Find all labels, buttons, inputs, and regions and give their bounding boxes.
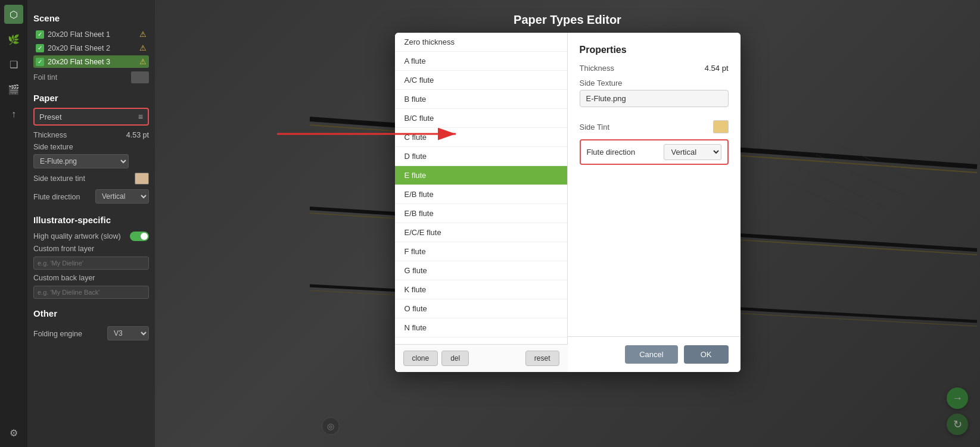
scene-item-2[interactable]: ✓ 20x20 Flat Sheet 2 ⚠ — [33, 42, 149, 54]
warn-icon-3: ⚠ — [139, 57, 147, 66]
hq-artwork-label: High quality artwork (slow) — [33, 232, 121, 240]
thickness-row: Thickness 4.53 pt — [33, 129, 149, 141]
leaf-icon[interactable]: 🌿 — [4, 30, 23, 49]
upload-icon[interactable]: ↑ — [4, 105, 23, 124]
reset-button[interactable]: reset — [525, 351, 559, 366]
list-item-e-flute[interactable]: E flute — [395, 166, 567, 185]
other-title: Other — [33, 308, 149, 318]
warn-icon-1: ⚠ — [139, 30, 147, 39]
scene-item-1[interactable]: ✓ 20x20 Flat Sheet 1 ⚠ — [33, 28, 149, 40]
list-item-f-flute[interactable]: F flute — [395, 242, 567, 261]
modal-backdrop: Paper Types Editor Zero thickness A flut… — [155, 0, 980, 447]
list-item-zero-thickness[interactable]: Zero thickness — [395, 33, 567, 52]
modal-side-tint-label: Side Tint — [580, 123, 610, 132]
side-texture-tint-row: Side texture tint — [33, 171, 149, 186]
ok-button[interactable]: OK — [684, 345, 729, 364]
preset-label: Preset — [39, 112, 62, 121]
paper-types-editor-modal: Zero thickness A flute A/C flute B flute… — [395, 33, 741, 372]
modal-flute-dir-select[interactable]: Vertical Horizontal — [664, 144, 721, 160]
folding-engine-dropdown[interactable]: V3 — [107, 326, 149, 340]
logo-icon[interactable]: ⬡ — [4, 5, 23, 24]
list-item-b-flute[interactable]: B flute — [395, 90, 567, 109]
side-texture-row: Side texture — [33, 141, 149, 153]
other-section: Other Folding engine V3 — [33, 308, 149, 345]
list-item-r-flute[interactable]: R flute — [395, 337, 567, 344]
list-item-ac-flute[interactable]: A/C flute — [395, 71, 567, 90]
flute-direction-dropdown[interactable]: Vertical Horizontal — [95, 189, 149, 204]
list-item-n-flute[interactable]: N flute — [395, 318, 567, 337]
filter-icon[interactable]: ≡ — [138, 112, 143, 121]
scene-item-label-1: 20x20 Flat Sheet 1 — [48, 30, 110, 39]
camera-icon[interactable]: 🎬 — [4, 80, 23, 99]
thickness-label: Thickness — [33, 131, 67, 139]
check-icon-2: ✓ — [36, 44, 44, 52]
modal-tint-swatch[interactable] — [713, 120, 729, 133]
custom-back-label: Custom back layer — [33, 274, 95, 282]
list-item-a-flute[interactable]: A flute — [395, 52, 567, 71]
list-item-eb-flute-1[interactable]: E/B flute — [395, 185, 567, 204]
list-item-eb-flute-2[interactable]: E/B flute — [395, 204, 567, 223]
scene-item-3[interactable]: ✓ 20x20 Flat Sheet 3 ⚠ — [33, 55, 149, 68]
modal-flute-dir-label: Flute direction — [587, 148, 636, 157]
side-texture-tint-swatch[interactable] — [135, 173, 149, 185]
warn-icon-2: ⚠ — [139, 43, 147, 52]
properties-title: Properties — [580, 45, 729, 55]
list-item-d-flute[interactable]: D flute — [395, 147, 567, 166]
list-item-k-flute[interactable]: K flute — [395, 280, 567, 299]
hq-artwork-row: High quality artwork (slow) — [33, 230, 149, 243]
paper-section: Paper Preset ≡ Thickness 4.53 pt Side te… — [33, 93, 149, 208]
clone-button[interactable]: clone — [403, 351, 438, 366]
side-texture-label: Side texture — [33, 143, 73, 151]
scene-section-title: Scene — [33, 13, 149, 23]
flute-direction-row: Flute direction Vertical Horizontal — [33, 186, 149, 208]
custom-back-label-row: Custom back layer — [33, 272, 149, 284]
foil-tint-swatch[interactable] — [131, 71, 149, 83]
list-item-g-flute[interactable]: G flute — [395, 261, 567, 280]
list-item-ece-flute[interactable]: E/C/E flute — [395, 223, 567, 242]
sidebar-content: Scene ✓ 20x20 Flat Sheet 1 ⚠ ✓ 20x20 Fla… — [27, 0, 155, 447]
modal-title: Paper Types Editor — [395, 13, 741, 27]
modal-thickness-value: 4.54 pt — [705, 64, 729, 73]
scene-item-label-2: 20x20 Flat Sheet 2 — [48, 44, 110, 52]
check-icon-3: ✓ — [36, 58, 44, 66]
custom-front-label: Custom front layer — [33, 245, 94, 253]
cancel-button[interactable]: Cancel — [625, 345, 677, 364]
folding-engine-row: Folding engine V3 — [33, 323, 149, 345]
modal-main-footer: Cancel OK — [568, 336, 741, 372]
side-texture-tint-label: Side texture tint — [33, 174, 85, 183]
texture-dropdown[interactable]: E-Flute.png — [580, 90, 729, 107]
properties-panel: Properties Thickness 4.54 pt Side Textu — [568, 33, 741, 336]
main-canvas: ◎ → ↻ Paper Types Editor Zero thickness … — [155, 0, 980, 447]
check-icon-1: ✓ — [36, 30, 44, 39]
folding-engine-label: Folding engine — [33, 330, 82, 338]
preset-row[interactable]: Preset ≡ — [33, 108, 149, 126]
modal-side-texture-row: Side Texture — [580, 79, 729, 87]
modal-right-panel: Properties Thickness 4.54 pt Side Textu — [568, 33, 741, 372]
layers-icon[interactable]: ❑ — [4, 55, 23, 74]
modal-left-panel: Zero thickness A flute A/C flute B flute… — [395, 33, 568, 372]
paper-section-title: Paper — [33, 93, 149, 103]
hq-artwork-toggle[interactable] — [130, 232, 149, 241]
side-texture-dropdown[interactable]: E-Flute.png — [33, 154, 129, 168]
modal-body: Zero thickness A flute A/C flute B flute… — [395, 33, 741, 372]
sidebar-icon-strip: ⬡ 🌿 ❑ 🎬 ↑ ⚙ — [0, 0, 27, 447]
illustrator-title: Illustrator-specific — [33, 215, 149, 225]
modal-thickness-row: Thickness 4.54 pt — [580, 64, 729, 73]
settings-icon[interactable]: ⚙ — [4, 423, 23, 442]
list-item-c-flute[interactable]: C flute — [395, 128, 567, 147]
custom-front-label-row: Custom front layer — [33, 243, 149, 255]
list-item-bc-flute[interactable]: B/C flute — [395, 109, 567, 128]
modal-side-tint-row: Side Tint — [580, 120, 729, 133]
modal-thickness-label: Thickness — [580, 64, 615, 73]
paper-types-list: Zero thickness A flute A/C flute B flute… — [395, 33, 568, 344]
custom-front-input[interactable] — [33, 257, 149, 270]
custom-back-input[interactable] — [33, 286, 149, 299]
foil-tint-row: Foil tint — [33, 69, 149, 86]
thickness-value: 4.53 pt — [126, 131, 149, 139]
modal-list-footer: clone del reset — [395, 344, 568, 372]
del-button[interactable]: del — [441, 351, 469, 366]
flute-direction-bordered-row: Flute direction Vertical Horizontal — [580, 139, 729, 165]
foil-tint-label: Foil tint — [33, 73, 57, 82]
list-item-o-flute[interactable]: O flute — [395, 299, 567, 318]
modal-side-texture-label: Side Texture — [580, 79, 623, 87]
